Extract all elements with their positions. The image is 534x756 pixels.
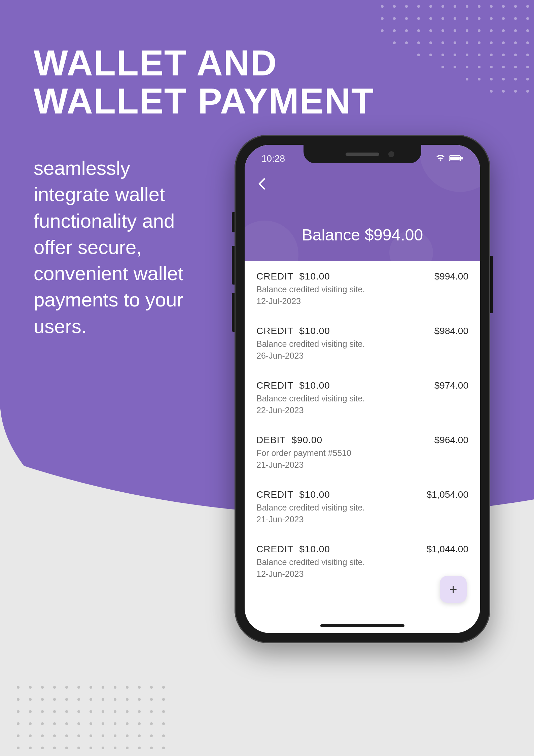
phone-camera xyxy=(388,151,394,157)
decorative-dots-bottom xyxy=(17,686,165,749)
transaction-type-amount: CREDIT $10.00 xyxy=(256,271,434,282)
transaction-running-balance: $974.00 xyxy=(434,380,468,391)
phone-speaker xyxy=(346,153,379,156)
transaction-date: 26-Jun-2023 xyxy=(256,351,434,361)
phone-frame: 10:28 Balance $994.00 xyxy=(235,135,490,643)
add-button[interactable]: + xyxy=(440,576,467,603)
transaction-description: Balance credited visiting site. xyxy=(256,339,434,349)
home-indicator[interactable] xyxy=(320,624,404,627)
transaction-date: 22-Jun-2023 xyxy=(256,405,434,415)
transaction-description: Balance credited visiting site. xyxy=(256,503,426,513)
transaction-row[interactable]: CREDIT $10.00 Balance credited visiting … xyxy=(256,261,468,316)
transaction-row[interactable]: CREDIT $10.00 Balance credited visiting … xyxy=(256,370,468,425)
transaction-row[interactable]: CREDIT $10.00 Balance credited visiting … xyxy=(256,534,468,588)
balance-label: Balance $994.00 xyxy=(245,226,480,244)
transaction-date: 21-Jun-2023 xyxy=(256,460,434,470)
status-time: 10:28 xyxy=(261,153,285,164)
transaction-type-amount: CREDIT $10.00 xyxy=(256,489,426,500)
transaction-type-amount: CREDIT $10.00 xyxy=(256,326,434,336)
transaction-running-balance: $984.00 xyxy=(434,326,468,336)
transaction-running-balance: $964.00 xyxy=(434,435,468,446)
phone-screen: 10:28 Balance $994.00 xyxy=(245,145,480,633)
phone-side-button xyxy=(232,212,235,232)
transaction-description: Balance credited visiting site. xyxy=(256,285,434,294)
transaction-row[interactable]: CREDIT $10.00 Balance credited visiting … xyxy=(256,479,468,534)
hero-subtitle: seamlessly integrate wallet functionalit… xyxy=(34,155,195,339)
transaction-description: Balance credited visiting site. xyxy=(256,394,434,403)
header-decoration xyxy=(420,145,480,192)
hero-title: WALLET AND WALLET PAYMENT xyxy=(34,44,374,120)
hero-title-line1: WALLET AND xyxy=(34,44,374,82)
phone-power-button xyxy=(490,256,493,313)
transaction-running-balance: $994.00 xyxy=(434,271,468,282)
phone-volume-up-button xyxy=(232,246,235,285)
plus-icon: + xyxy=(449,582,457,597)
transaction-date: 12-Jul-2023 xyxy=(256,296,434,306)
back-button[interactable] xyxy=(255,173,269,197)
hero-title-line2: WALLET PAYMENT xyxy=(34,82,374,120)
transaction-type-amount: DEBIT $90.00 xyxy=(256,435,434,446)
transaction-type-amount: CREDIT $10.00 xyxy=(256,544,426,555)
transaction-type-amount: CREDIT $10.00 xyxy=(256,380,434,391)
phone-notch xyxy=(304,145,421,163)
transaction-description: For order payment #5510 xyxy=(256,448,434,458)
transaction-running-balance: $1,054.00 xyxy=(426,489,468,500)
transaction-running-balance: $1,044.00 xyxy=(426,544,468,555)
transaction-date: 21-Jun-2023 xyxy=(256,515,426,524)
decorative-dots-top xyxy=(381,5,529,93)
phone-mockup: 10:28 Balance $994.00 xyxy=(235,135,490,643)
transaction-date: 12-Jun-2023 xyxy=(256,569,426,579)
transaction-description: Balance credited visiting site. xyxy=(256,557,426,567)
transaction-row[interactable]: DEBIT $90.00 For order payment #5510 21-… xyxy=(256,425,468,479)
phone-volume-down-button xyxy=(232,293,235,332)
transaction-row[interactable]: CREDIT $10.00 Balance credited visiting … xyxy=(256,316,468,370)
